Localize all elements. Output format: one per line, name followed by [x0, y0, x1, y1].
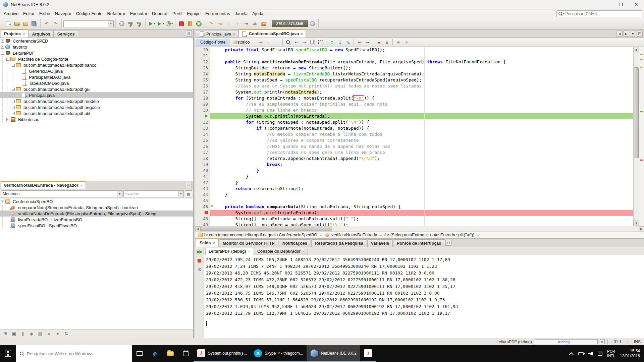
show-non-public-button[interactable]: ◆	[28, 330, 36, 338]
expand-icon[interactable]: +	[1, 40, 4, 43]
view-button-hist-rico[interactable]: Histórico	[230, 39, 254, 46]
file-explorer-button[interactable]	[163, 345, 178, 362]
code-line[interactable]: 22− public String verificarNotasDeEntrad…	[195, 59, 633, 65]
error-stripe[interactable]	[639, 47, 644, 226]
close-icon[interactable]: ×	[303, 250, 305, 253]
code-line[interactable]: 21	[195, 53, 633, 59]
scroll-tabs-right-button[interactable]: ▸	[623, 31, 629, 37]
expand-icon[interactable]: +	[12, 106, 15, 109]
tree-row[interactable]: +ConferenciaSPED	[0, 38, 193, 44]
tab-vari-veis[interactable]: Variáveis	[367, 239, 393, 247]
code-line[interactable]: 35 //os valores e compara corretamente	[195, 137, 633, 143]
code-line[interactable]: 39 break;	[195, 162, 633, 168]
navigator-tree[interactable]: −ConferenciaSpedBOcompararNota(String no…	[0, 198, 193, 329]
find-previous-button[interactable]: ⇠	[292, 39, 300, 46]
menu-item-exibir[interactable]: Exibir	[37, 10, 53, 17]
code-line[interactable]: 45	[195, 198, 633, 204]
code-line[interactable]: System.out.println(notaEntrada);	[195, 210, 633, 216]
show-static-button[interactable]: ∥	[19, 330, 27, 338]
tree-row[interactable]: GenericDAO.java	[0, 68, 193, 74]
cancel-progress-button[interactable]: ✕	[600, 339, 605, 344]
previous-bookmark-button[interactable]: ↥	[328, 39, 336, 46]
collapse-icon[interactable]: −	[12, 64, 15, 67]
code-line[interactable]: 24 String notasEntrada = livroEntradaBO.…	[195, 71, 633, 77]
run-project-button[interactable]: ▾	[147, 19, 156, 28]
editor-horizontal-scrollbar[interactable]: ◀ ▶	[195, 226, 644, 231]
code-line[interactable]: 27 System.out.println(notasEntrada);	[195, 89, 633, 95]
expand-icon[interactable]: +	[12, 100, 15, 103]
profile-project-button[interactable]: ▾	[165, 19, 173, 28]
back-button[interactable]: ←	[265, 39, 273, 46]
code-line[interactable]: 44 }	[195, 192, 633, 198]
store-button[interactable]	[178, 345, 194, 362]
code-line[interactable]: 29 //se eu simplesmente quiser imprimila…	[195, 101, 633, 107]
navigator-filter-combo[interactable]: <vazio> ▼	[123, 190, 184, 197]
tab-notifica-es[interactable]: Notificações	[279, 239, 311, 247]
collapse-all-button[interactable]: ⇅	[62, 330, 70, 338]
tree-row[interactable]: +br.com.tmautomacao.leiturapdf.util	[0, 110, 193, 116]
code-line[interactable]: 25 String notasSped = spedFiscalBO.recup…	[195, 77, 633, 83]
ide-search-box[interactable]: ▾	[556, 10, 642, 17]
breadcrumb-item[interactable]: for (String notaEntrada : notasEntrada.s…	[384, 233, 475, 237]
code-line[interactable]: 33 if (!compararNota(notaEntrada, notaSp…	[195, 125, 633, 131]
navigator-tab[interactable]: verificarNotasDeEntrada - Navegador ×	[1, 181, 86, 189]
ide-search-input[interactable]	[566, 11, 640, 16]
new-file-button[interactable]	[4, 19, 12, 28]
tree-row[interactable]: +favorito	[0, 44, 193, 50]
new-project-button[interactable]	[12, 19, 21, 28]
menu-item-editar[interactable]: Editar	[21, 10, 37, 17]
tree-row[interactable]: −Pacotes de Códigos-fonte	[0, 56, 193, 62]
comment-button[interactable]: ≡	[394, 39, 402, 46]
tab-principal-java[interactable]: Principal.java×	[196, 30, 238, 38]
step-over-expression-button[interactable]: ↝	[216, 19, 224, 28]
projects-tree[interactable]: +ConferenciaSPED+favorito−LeituraPDF−Pac…	[0, 38, 193, 181]
breadcrumb-item[interactable]: verificarNotasDeEntrada	[324, 232, 377, 238]
collapse-icon[interactable]: −	[6, 58, 9, 61]
apply-code-changes-button[interactable]: ⇄	[251, 19, 259, 28]
code-line[interactable]: 32 for (String notaSped : notasSped.spli…	[195, 119, 633, 125]
close-icon[interactable]: ×	[248, 250, 250, 253]
menu-item-código-fonte[interactable]: Código-Fonte	[74, 10, 105, 17]
tab-console-do-depurador[interactable]: Console do Depurador×	[254, 248, 308, 255]
code-line[interactable]: 26 //Caso eu use um System.out.println()…	[195, 83, 633, 89]
maximize-window-button[interactable]: ⊡	[637, 31, 643, 37]
close-icon[interactable]: ×	[301, 32, 303, 36]
tab-leiturapdf-debug-[interactable]: LeituraPDF (debug)×	[205, 248, 253, 255]
volume-icon[interactable]	[588, 352, 593, 356]
task-view-button[interactable]	[132, 345, 147, 362]
collapse-icon[interactable]: −	[1, 200, 4, 203]
menu-item-navegar[interactable]: Navegar	[53, 10, 74, 17]
menu-item-perfil[interactable]: Perfil	[170, 10, 185, 17]
code-line[interactable]: 37 //encotradas no sped gera uma linha e…	[195, 149, 633, 156]
open-project-button[interactable]	[21, 19, 30, 28]
tab-servi-os[interactable]: Serviços	[54, 30, 78, 38]
navigator-view-combo[interactable]: Membros ▼	[1, 190, 122, 197]
code-line[interactable]: System.out.println(notaEntrada);	[195, 113, 633, 119]
expand-icon[interactable]: +	[1, 46, 4, 49]
close-icon[interactable]: ×	[23, 32, 25, 36]
minimize-left-panel-button[interactable]: ⊟	[186, 31, 192, 37]
code-line[interactable]: 42 }	[195, 180, 633, 186]
shift-left-button[interactable]: ⇤	[356, 39, 363, 46]
project-config-combo[interactable]: ▼	[63, 20, 114, 27]
finish-debugger-button[interactable]	[177, 19, 186, 28]
continue-debugger-button[interactable]	[195, 19, 203, 28]
tree-row[interactable]: Principal.java	[0, 92, 193, 98]
code-line[interactable]: 38 retorno.append(notaEntrada).append("\…	[195, 156, 633, 162]
action-center-icon[interactable]	[598, 352, 602, 356]
code-line[interactable]: 28 for (String notaEntrada : notasEntrad…	[195, 95, 633, 101]
scroll-tabs-left-button[interactable]: ◂	[616, 31, 623, 37]
memory-indicator[interactable]: 275,9 / 373,5MB	[272, 20, 308, 27]
start-macro-button[interactable]: ●	[375, 39, 383, 46]
show-fields-button[interactable]: ▣	[10, 330, 18, 338]
scrollbar-thumb[interactable]	[201, 227, 332, 231]
tree-row[interactable]: −br.com.tmautomacao.leiturapdf.banco	[0, 62, 193, 68]
sort-alpha-button[interactable]: ▤	[36, 330, 44, 338]
close-icon[interactable]: ×	[80, 183, 83, 187]
find-selection-button[interactable]	[284, 39, 292, 46]
heap-snapshot-button[interactable]	[259, 19, 268, 28]
sort-source-button[interactable]: ≡	[45, 330, 53, 338]
code-editor[interactable]: 20 private final SpedFiscalBO spedFiscal…	[195, 47, 633, 226]
taskbar-search-input[interactable]	[27, 351, 128, 356]
tree-row[interactable]: +Bibliotecas	[0, 116, 193, 122]
